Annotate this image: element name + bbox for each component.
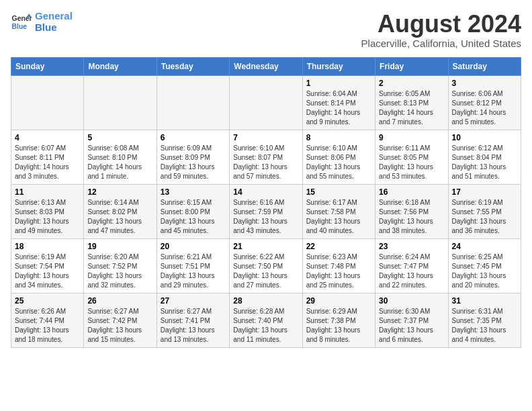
day-number: 2 xyxy=(379,79,444,88)
svg-text:Blue: Blue xyxy=(12,22,28,30)
calendar-cell: 21Sunrise: 6:22 AM Sunset: 7:50 PM Dayli… xyxy=(230,238,302,293)
day-number: 31 xyxy=(452,296,517,306)
day-info: Sunrise: 6:12 AM Sunset: 8:04 PM Dayligh… xyxy=(452,144,517,181)
day-number: 7 xyxy=(233,133,298,142)
day-info: Sunrise: 6:20 AM Sunset: 7:52 PM Dayligh… xyxy=(87,253,152,290)
day-number: 9 xyxy=(379,133,444,142)
day-number: 10 xyxy=(452,133,517,142)
dow-tuesday: Tuesday xyxy=(157,57,229,75)
day-info: Sunrise: 6:04 AM Sunset: 8:14 PM Dayligh… xyxy=(306,89,371,127)
day-number: 30 xyxy=(379,296,444,306)
day-info: Sunrise: 6:09 AM Sunset: 8:09 PM Dayligh… xyxy=(161,144,226,181)
calendar-cell: 18Sunrise: 6:19 AM Sunset: 7:54 PM Dayli… xyxy=(11,238,84,293)
day-number: 11 xyxy=(15,187,80,197)
day-number: 3 xyxy=(452,79,517,88)
day-info: Sunrise: 6:27 AM Sunset: 7:41 PM Dayligh… xyxy=(161,307,226,345)
day-number: 26 xyxy=(87,296,152,306)
calendar-cell: 9Sunrise: 6:11 AM Sunset: 8:05 PM Daylig… xyxy=(375,130,448,184)
calendar-cell: 27Sunrise: 6:27 AM Sunset: 7:41 PM Dayli… xyxy=(157,293,229,347)
day-info: Sunrise: 6:23 AM Sunset: 7:48 PM Dayligh… xyxy=(306,253,371,290)
dow-thursday: Thursday xyxy=(302,57,375,75)
calendar-cell: 29Sunrise: 6:29 AM Sunset: 7:38 PM Dayli… xyxy=(302,293,375,347)
day-info: Sunrise: 6:24 AM Sunset: 7:47 PM Dayligh… xyxy=(379,253,444,290)
day-number: 4 xyxy=(15,133,80,142)
title-block: August 2024 Placerville, California, Uni… xyxy=(361,11,521,49)
day-info: Sunrise: 6:22 AM Sunset: 7:50 PM Dayligh… xyxy=(233,253,298,290)
day-number: 13 xyxy=(161,187,226,197)
dow-sunday: Sunday xyxy=(11,57,84,75)
calendar-cell: 1Sunrise: 6:04 AM Sunset: 8:14 PM Daylig… xyxy=(302,75,375,130)
day-info: Sunrise: 6:10 AM Sunset: 8:06 PM Dayligh… xyxy=(306,144,371,181)
day-info: Sunrise: 6:16 AM Sunset: 7:59 PM Dayligh… xyxy=(233,198,298,236)
day-info: Sunrise: 6:31 AM Sunset: 7:35 PM Dayligh… xyxy=(452,307,517,345)
day-info: Sunrise: 6:19 AM Sunset: 7:55 PM Dayligh… xyxy=(452,198,517,236)
main-title: August 2024 xyxy=(361,11,521,38)
day-info: Sunrise: 6:14 AM Sunset: 8:02 PM Dayligh… xyxy=(87,198,152,236)
day-info: Sunrise: 6:07 AM Sunset: 8:11 PM Dayligh… xyxy=(15,144,80,181)
calendar-cell: 30Sunrise: 6:30 AM Sunset: 7:37 PM Dayli… xyxy=(375,293,448,347)
day-number: 24 xyxy=(452,242,517,251)
calendar-cell: 2Sunrise: 6:05 AM Sunset: 8:13 PM Daylig… xyxy=(375,75,448,130)
calendar-cell: 3Sunrise: 6:06 AM Sunset: 8:12 PM Daylig… xyxy=(448,75,521,130)
logo-line2: Blue xyxy=(35,21,57,33)
calendar-cell xyxy=(84,75,157,130)
day-info: Sunrise: 6:26 AM Sunset: 7:44 PM Dayligh… xyxy=(15,307,80,345)
calendar-cell: 31Sunrise: 6:31 AM Sunset: 7:35 PM Dayli… xyxy=(448,293,521,347)
subtitle: Placerville, California, United States xyxy=(361,38,521,49)
day-number: 28 xyxy=(233,296,298,306)
calendar-week-1: 1Sunrise: 6:04 AM Sunset: 8:14 PM Daylig… xyxy=(11,75,521,130)
dow-monday: Monday xyxy=(84,57,157,75)
day-number: 18 xyxy=(15,242,80,251)
calendar-cell: 15Sunrise: 6:17 AM Sunset: 7:58 PM Dayli… xyxy=(302,184,375,238)
day-info: Sunrise: 6:30 AM Sunset: 7:37 PM Dayligh… xyxy=(379,307,444,345)
day-info: Sunrise: 6:15 AM Sunset: 8:00 PM Dayligh… xyxy=(161,198,226,236)
calendar-cell: 5Sunrise: 6:08 AM Sunset: 8:10 PM Daylig… xyxy=(84,130,157,184)
calendar-cell: 28Sunrise: 6:28 AM Sunset: 7:40 PM Dayli… xyxy=(230,293,302,347)
day-info: Sunrise: 6:28 AM Sunset: 7:40 PM Dayligh… xyxy=(233,307,298,345)
page-header: General Blue General Blue August 2024 Pl… xyxy=(11,11,521,49)
calendar-cell: 11Sunrise: 6:13 AM Sunset: 8:03 PM Dayli… xyxy=(11,184,84,238)
calendar-cell xyxy=(157,75,229,130)
calendar-table: SundayMondayTuesdayWednesdayThursdayFrid… xyxy=(11,57,521,348)
calendar-cell: 4Sunrise: 6:07 AM Sunset: 8:11 PM Daylig… xyxy=(11,130,84,184)
day-info: Sunrise: 6:08 AM Sunset: 8:10 PM Dayligh… xyxy=(87,144,152,181)
day-info: Sunrise: 6:05 AM Sunset: 8:13 PM Dayligh… xyxy=(379,89,444,127)
day-number: 6 xyxy=(161,133,226,142)
logo-text: General Blue xyxy=(35,11,73,33)
calendar-cell: 12Sunrise: 6:14 AM Sunset: 8:02 PM Dayli… xyxy=(84,184,157,238)
calendar-cell: 14Sunrise: 6:16 AM Sunset: 7:59 PM Dayli… xyxy=(230,184,302,238)
calendar-week-3: 11Sunrise: 6:13 AM Sunset: 8:03 PM Dayli… xyxy=(11,184,521,238)
day-number: 29 xyxy=(306,296,371,306)
day-info: Sunrise: 6:29 AM Sunset: 7:38 PM Dayligh… xyxy=(306,307,371,345)
day-number: 21 xyxy=(233,242,298,251)
day-info: Sunrise: 6:06 AM Sunset: 8:12 PM Dayligh… xyxy=(452,89,517,127)
day-info: Sunrise: 6:17 AM Sunset: 7:58 PM Dayligh… xyxy=(306,198,371,236)
day-info: Sunrise: 6:18 AM Sunset: 7:56 PM Dayligh… xyxy=(379,198,444,236)
day-number: 8 xyxy=(306,133,371,142)
day-number: 25 xyxy=(15,296,80,306)
calendar-cell: 10Sunrise: 6:12 AM Sunset: 8:04 PM Dayli… xyxy=(448,130,521,184)
dow-wednesday: Wednesday xyxy=(230,57,302,75)
calendar-cell: 6Sunrise: 6:09 AM Sunset: 8:09 PM Daylig… xyxy=(157,130,229,184)
day-number: 5 xyxy=(87,133,152,142)
calendar-cell: 17Sunrise: 6:19 AM Sunset: 7:55 PM Dayli… xyxy=(448,184,521,238)
calendar-cell: 26Sunrise: 6:27 AM Sunset: 7:42 PM Dayli… xyxy=(84,293,157,347)
calendar-week-5: 25Sunrise: 6:26 AM Sunset: 7:44 PM Dayli… xyxy=(11,293,521,347)
calendar-cell xyxy=(230,75,302,130)
calendar-cell: 13Sunrise: 6:15 AM Sunset: 8:00 PM Dayli… xyxy=(157,184,229,238)
logo-line1: General xyxy=(35,10,73,21)
calendar-cell: 19Sunrise: 6:20 AM Sunset: 7:52 PM Dayli… xyxy=(84,238,157,293)
day-number: 22 xyxy=(306,242,371,251)
day-number: 1 xyxy=(306,79,371,88)
day-info: Sunrise: 6:10 AM Sunset: 8:07 PM Dayligh… xyxy=(233,144,298,181)
calendar-cell: 8Sunrise: 6:10 AM Sunset: 8:06 PM Daylig… xyxy=(302,130,375,184)
day-info: Sunrise: 6:11 AM Sunset: 8:05 PM Dayligh… xyxy=(379,144,444,181)
day-info: Sunrise: 6:21 AM Sunset: 7:51 PM Dayligh… xyxy=(161,253,226,290)
calendar-cell: 20Sunrise: 6:21 AM Sunset: 7:51 PM Dayli… xyxy=(157,238,229,293)
day-number: 15 xyxy=(306,187,371,197)
day-info: Sunrise: 6:13 AM Sunset: 8:03 PM Dayligh… xyxy=(15,198,80,236)
calendar-cell xyxy=(11,75,84,130)
logo-icon: General Blue xyxy=(11,11,32,33)
calendar-cell: 24Sunrise: 6:25 AM Sunset: 7:45 PM Dayli… xyxy=(448,238,521,293)
day-info: Sunrise: 6:27 AM Sunset: 7:42 PM Dayligh… xyxy=(87,307,152,345)
